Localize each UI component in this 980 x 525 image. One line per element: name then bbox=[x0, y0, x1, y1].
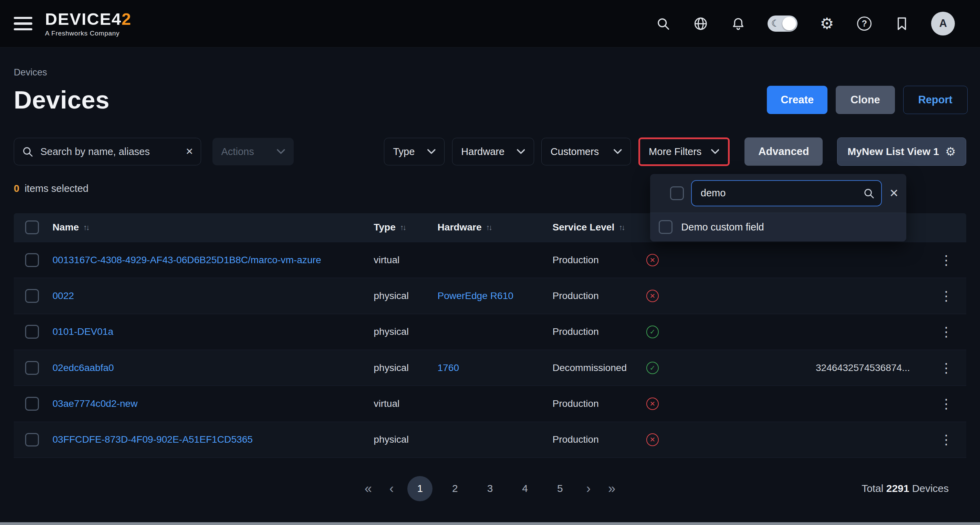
breadcrumb[interactable]: Devices bbox=[14, 67, 966, 78]
option-checkbox[interactable] bbox=[659, 220, 673, 234]
row-menu-icon[interactable]: ⋮ bbox=[936, 324, 956, 340]
status-ok-icon: ✓ bbox=[646, 326, 659, 338]
customers-filter-dropdown[interactable]: Customers bbox=[541, 138, 631, 165]
row-checkbox[interactable] bbox=[25, 361, 39, 375]
create-button[interactable]: Create bbox=[767, 86, 827, 114]
device-hardware-link[interactable]: 1760 bbox=[438, 362, 552, 373]
page-button-3[interactable]: 3 bbox=[477, 476, 503, 501]
type-filter-label: Type bbox=[393, 146, 415, 158]
pagination: « ‹ 12345 › » bbox=[361, 476, 619, 501]
status-error-icon: ✕ bbox=[646, 397, 659, 410]
gear-icon[interactable]: ⚙ bbox=[945, 146, 956, 158]
prev-page-button[interactable]: ‹ bbox=[386, 481, 398, 496]
row-menu-icon[interactable]: ⋮ bbox=[936, 288, 956, 303]
selection-count: 0 bbox=[14, 183, 19, 194]
row-checkbox[interactable] bbox=[25, 289, 39, 303]
table-row: 03FFCDFE-873D-4F09-902E-A51EF1CD5365 phy… bbox=[14, 422, 966, 458]
search-icon[interactable] bbox=[655, 16, 671, 32]
sort-icon[interactable]: ↑↓ bbox=[83, 223, 89, 232]
row-menu-icon[interactable]: ⋮ bbox=[936, 396, 956, 411]
device-name-link[interactable]: 0013167C-4308-4929-AF43-06D6B25D1B8C/mar… bbox=[52, 255, 374, 266]
row-menu-icon[interactable]: ⋮ bbox=[936, 432, 956, 447]
status-error-icon: ✕ bbox=[646, 433, 659, 446]
device-name-link[interactable]: 0022 bbox=[52, 290, 374, 302]
type-filter-dropdown[interactable]: Type bbox=[384, 138, 445, 165]
device-type-cell: physical bbox=[374, 290, 438, 302]
clear-search-icon[interactable]: ✕ bbox=[186, 146, 194, 157]
status-error-icon: ✕ bbox=[646, 254, 659, 266]
page-button-5[interactable]: 5 bbox=[547, 476, 573, 501]
filter-option-demo-custom-field[interactable]: Demo custom field bbox=[650, 212, 906, 241]
device-service-level-cell: Decommissioned bbox=[552, 362, 646, 373]
device-service-level-cell: Production bbox=[552, 434, 646, 445]
device-hardware-link[interactable]: PowerEdge R610 bbox=[438, 290, 552, 302]
horizontal-scrollbar[interactable] bbox=[0, 522, 980, 525]
clone-button[interactable]: Clone bbox=[836, 86, 895, 114]
actions-dropdown[interactable]: Actions bbox=[212, 138, 294, 165]
chevron-down-icon bbox=[614, 149, 622, 154]
settings-gear-icon[interactable]: ⚙ bbox=[819, 16, 835, 32]
advanced-button[interactable]: Advanced bbox=[745, 137, 822, 166]
chevron-down-icon bbox=[517, 149, 525, 154]
device42-logo[interactable]: DEVICE42 A Freshworks Company bbox=[45, 11, 132, 37]
bookmark-icon[interactable] bbox=[894, 16, 910, 32]
device-name-link[interactable]: 03FFCDFE-873D-4F09-902E-A51EF1CD5365 bbox=[52, 434, 374, 445]
filter-bar: ✕ Actions Type Hardware Customers More F… bbox=[14, 137, 966, 166]
dark-mode-toggle[interactable]: ☾ bbox=[768, 16, 797, 32]
list-view-button[interactable]: MyNew List View 1 ⚙ bbox=[837, 137, 966, 166]
table-row: 0101-DEV01a physical Production ✓ ⋮ bbox=[14, 314, 966, 349]
more-filters-label: More Filters bbox=[649, 146, 702, 158]
device-extra-cell: 3246432574536874... bbox=[684, 362, 926, 373]
more-filters-search-row: ✕ bbox=[650, 174, 906, 213]
option-label: Demo custom field bbox=[681, 222, 764, 233]
search-icon bbox=[22, 146, 33, 158]
logo-accent: 2 bbox=[122, 10, 132, 28]
help-icon[interactable]: ? bbox=[856, 16, 873, 32]
row-checkbox[interactable] bbox=[25, 253, 39, 267]
device-search-input[interactable] bbox=[39, 145, 180, 158]
page-button-1[interactable]: 1 bbox=[407, 476, 433, 501]
next-page-button[interactable]: › bbox=[582, 481, 594, 496]
filter-select-checkbox[interactable] bbox=[670, 187, 684, 200]
logo-tagline: A Freshworks Company bbox=[45, 30, 132, 37]
first-page-button[interactable]: « bbox=[361, 481, 375, 496]
bell-icon[interactable] bbox=[730, 16, 746, 32]
column-header-hardware[interactable]: Hardware ↑↓ bbox=[438, 222, 552, 233]
selection-label: items selected bbox=[24, 183, 89, 194]
select-all-checkbox[interactable] bbox=[25, 220, 39, 234]
device-name-link[interactable]: 03ae7774c0d2-new bbox=[52, 398, 374, 409]
sort-icon[interactable]: ↑↓ bbox=[486, 223, 491, 232]
column-header-name[interactable]: Name ↑↓ bbox=[52, 222, 374, 233]
device-type-cell: physical bbox=[374, 362, 438, 373]
globe-icon[interactable] bbox=[692, 16, 709, 32]
row-checkbox[interactable] bbox=[25, 397, 39, 411]
report-button[interactable]: Report bbox=[903, 86, 967, 114]
page-button-4[interactable]: 4 bbox=[512, 476, 538, 501]
row-checkbox[interactable] bbox=[25, 325, 39, 338]
sort-icon[interactable]: ↑↓ bbox=[619, 223, 624, 232]
pagination-pages: 12345 bbox=[407, 476, 572, 501]
last-page-button[interactable]: » bbox=[605, 481, 619, 496]
filter-search-box bbox=[691, 180, 881, 206]
menu-icon[interactable] bbox=[14, 17, 32, 31]
devices-table: Name ↑↓ Type ↑↓ Hardware ↑↓ Service Leve… bbox=[14, 213, 966, 520]
row-menu-icon[interactable]: ⋮ bbox=[936, 252, 956, 268]
sort-icon[interactable]: ↑↓ bbox=[400, 223, 405, 232]
row-checkbox[interactable] bbox=[25, 433, 39, 447]
filter-search-input[interactable] bbox=[699, 187, 858, 200]
column-header-service-level[interactable]: Service Level ↑↓ bbox=[552, 222, 646, 233]
user-avatar[interactable]: A bbox=[931, 12, 955, 35]
row-menu-icon[interactable]: ⋮ bbox=[936, 360, 956, 375]
more-filters-dropdown[interactable]: More Filters bbox=[638, 137, 730, 166]
column-header-type[interactable]: Type ↑↓ bbox=[374, 222, 438, 233]
hardware-filter-dropdown[interactable]: Hardware bbox=[452, 138, 534, 165]
device-name-link[interactable]: 02edc6aabfa0 bbox=[52, 362, 374, 373]
customers-filter-label: Customers bbox=[550, 146, 599, 158]
device-name-link[interactable]: 0101-DEV01a bbox=[52, 326, 374, 337]
device-service-level-cell: Production bbox=[552, 255, 646, 266]
total-count: 2291 bbox=[886, 483, 909, 494]
table-body: 0013167C-4308-4929-AF43-06D6B25D1B8C/mar… bbox=[14, 242, 966, 458]
page-button-2[interactable]: 2 bbox=[442, 476, 468, 501]
close-panel-icon[interactable]: ✕ bbox=[889, 187, 899, 200]
hardware-filter-label: Hardware bbox=[461, 146, 504, 158]
